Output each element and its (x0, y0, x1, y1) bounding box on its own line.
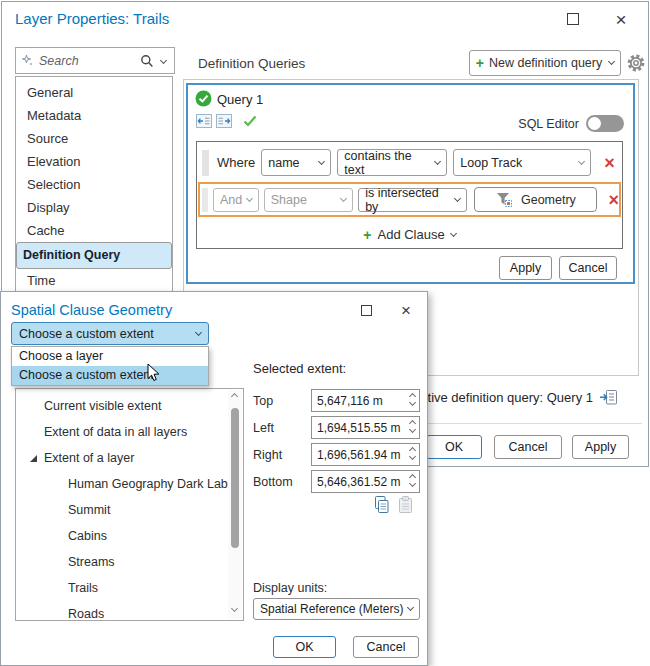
extent-row-top: Top 5,647,116 m (253, 389, 420, 412)
tree-item-cabins[interactable]: Cabins (16, 523, 243, 549)
maximize-icon (361, 305, 372, 316)
tree-item-label: Trails (68, 581, 98, 595)
spatial-ok-button[interactable]: OK (273, 636, 336, 658)
sidebar-item-time[interactable]: Time (16, 269, 172, 292)
option-choose-a-layer[interactable]: Choose a layer (12, 347, 208, 366)
apply-button[interactable]: Apply (572, 435, 629, 459)
tree-item-summit[interactable]: Summit (16, 497, 243, 523)
query-cancel-button[interactable]: Cancel (559, 256, 617, 280)
right-input[interactable]: 1,696,561.94 m (311, 443, 420, 466)
go-to-query-icon[interactable] (599, 389, 618, 406)
geometry-source-combo[interactable]: Choose a custom extent (11, 322, 209, 345)
scrollbar-thumb[interactable] (231, 408, 239, 548)
tree-item-roads[interactable]: Roads (16, 601, 243, 621)
sidebar-item-metadata[interactable]: Metadata (16, 104, 172, 127)
sidebar-item-general[interactable]: General (16, 81, 172, 104)
new-definition-query-button[interactable]: + New definition query (469, 50, 621, 76)
tree-item-extent-of-data-all-layers[interactable]: Extent of data in all layers (16, 419, 243, 445)
spinner-arrows[interactable] (410, 478, 415, 486)
query-apply-button[interactable]: Apply (499, 256, 552, 280)
add-clause-button[interactable]: + Add Clause (200, 222, 619, 247)
decrement-icon[interactable] (409, 398, 416, 405)
tree-item-extent-of-a-layer[interactable]: Extent of a layer (16, 445, 243, 471)
sidebar-item-cache[interactable]: Cache (16, 219, 172, 242)
dialog-title: Spatial Clause Geometry (11, 302, 172, 318)
search-input[interactable]: Search (15, 47, 175, 74)
tree-scrollbar[interactable] (228, 390, 242, 619)
chevron-down-icon (340, 194, 347, 201)
display-units-select[interactable]: Spatial Reference (Meters) (253, 598, 420, 620)
decrement-icon[interactable] (409, 479, 416, 486)
sql-editor-label: SQL Editor (518, 117, 579, 131)
sidebar-item-definition-query[interactable]: Definition Query (16, 242, 172, 269)
sidebar-item-source[interactable]: Source (16, 127, 172, 150)
search-options-chevron-icon[interactable] (160, 57, 167, 64)
tree-item-current-visible-extent[interactable]: Current visible extent (16, 393, 243, 419)
plus-icon: + (476, 55, 484, 71)
sql-editor-toggle[interactable] (586, 115, 624, 132)
value-combo-value: Loop Track (460, 156, 522, 170)
spinner-arrows[interactable] (410, 451, 415, 459)
left-value: 1,694,515.55 m (312, 421, 408, 435)
gear-icon[interactable] (626, 53, 646, 73)
spatial-clause-geometry-dialog: Spatial Clause Geometry × Choose a custo… (0, 291, 428, 666)
remove-clause-button[interactable]: × (608, 191, 619, 209)
search-icon (140, 54, 154, 68)
copy-extent-icon[interactable] (372, 495, 391, 514)
value-combo[interactable]: Loop Track (453, 149, 591, 176)
spatial-cancel-button[interactable]: Cancel (353, 636, 419, 658)
sidebar-item-display[interactable]: Display (16, 196, 172, 219)
clause-connector-label: Where (217, 155, 255, 170)
close-button[interactable]: × (606, 8, 636, 30)
geometry-source-value: Choose a custom extent (19, 327, 154, 341)
tree-expander-icon[interactable] (30, 455, 37, 462)
screenshot-canvas: Layer Properties: Trails × Search Genera… (0, 0, 650, 666)
field-select[interactable]: name (261, 149, 331, 176)
spinner-arrows[interactable] (410, 424, 415, 432)
query-card[interactable]: Query 1 SQL Edit (186, 83, 635, 284)
tree-item-trails[interactable]: Trails (16, 575, 243, 601)
right-value: 1,696,561.94 m (312, 448, 408, 462)
decrement-icon[interactable] (409, 425, 416, 432)
bottom-label: Bottom (253, 475, 311, 489)
field-select-disabled[interactable]: Shape (264, 188, 353, 212)
move-clause-right-icon[interactable] (216, 114, 232, 128)
close-button[interactable]: × (393, 300, 419, 320)
extent-tree: Current visible extent Extent of data in… (15, 388, 244, 621)
maximize-button[interactable] (353, 300, 379, 320)
chevron-down-icon (407, 604, 414, 611)
extent-row-right: Right 1,696,561.94 m (253, 443, 420, 466)
spatial-operator-select[interactable]: is intersected by (358, 188, 467, 212)
scroll-down-icon[interactable] (231, 605, 238, 612)
option-choose-a-custom-extent[interactable]: Choose a custom extent (12, 366, 208, 385)
remove-clause-button[interactable]: × (604, 154, 615, 172)
decrement-icon[interactable] (409, 452, 416, 459)
geometry-button[interactable]: Geometry (474, 187, 597, 212)
paste-extent-icon[interactable] (397, 495, 414, 514)
sidebar-item-selection[interactable]: Selection (16, 173, 172, 196)
cancel-button[interactable]: Cancel (494, 435, 562, 459)
move-clause-left-icon[interactable] (196, 114, 212, 128)
operator-select-value: contains the text (344, 149, 435, 177)
bottom-input[interactable]: 5,646,361.52 m (311, 470, 420, 493)
top-value: 5,647,116 m (312, 394, 408, 408)
maximize-button[interactable] (558, 8, 588, 30)
chevron-down-icon (450, 229, 457, 236)
spatial-filter-icon (496, 192, 513, 208)
clause-drag-handle[interactable] (202, 150, 209, 176)
sidebar-item-elevation[interactable]: Elevation (16, 150, 172, 173)
left-input[interactable]: 1,694,515.55 m (311, 416, 420, 439)
tree-item-streams[interactable]: Streams (16, 549, 243, 575)
ok-button[interactable]: OK (426, 435, 482, 459)
scroll-up-icon[interactable] (231, 393, 238, 400)
spinner-arrows[interactable] (410, 397, 415, 405)
connector-select-disabled[interactable]: And (213, 188, 259, 212)
top-input[interactable]: 5,647,116 m (311, 389, 420, 412)
connector-select-value: And (220, 193, 242, 207)
tree-item-human-geography-dark-label[interactable]: Human Geography Dark Label (16, 471, 243, 497)
operator-select[interactable]: contains the text (337, 149, 447, 176)
clause-drag-handle[interactable] (202, 188, 208, 212)
add-clause-label: Add Clause (377, 227, 444, 242)
display-units-value: Spatial Reference (Meters) (260, 602, 403, 616)
geometry-button-label: Geometry (521, 193, 576, 207)
